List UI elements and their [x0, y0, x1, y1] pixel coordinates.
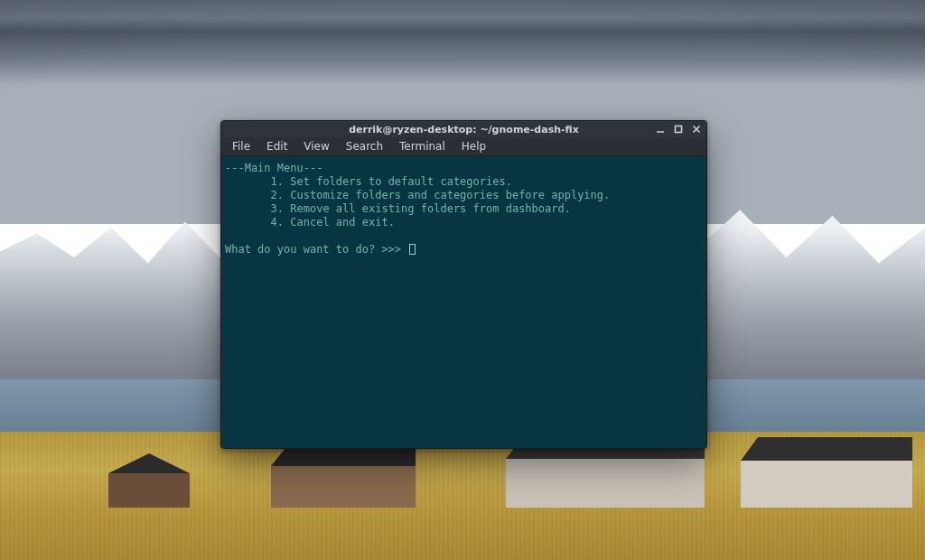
svg-rect-1	[676, 126, 682, 133]
terminal-option-text: Customize folders and categories before …	[290, 189, 610, 201]
maximize-icon	[674, 125, 683, 134]
terminal-option-number: 3	[271, 202, 277, 215]
close-button[interactable]	[690, 123, 703, 135]
terminal-prompt: What do you want to do? >>>	[225, 243, 407, 256]
menu-help[interactable]: Help	[454, 138, 493, 154]
window-title: derrik@ryzen-desktop: ~/gnome-dash-fix	[349, 124, 579, 135]
menu-search[interactable]: Search	[339, 138, 390, 154]
minimize-icon	[656, 125, 665, 134]
window-titlebar[interactable]: derrik@ryzen-desktop: ~/gnome-dash-fix	[221, 121, 706, 137]
close-icon	[692, 125, 701, 134]
menubar: File Edit View Search Terminal Help	[221, 137, 706, 156]
menu-edit[interactable]: Edit	[259, 138, 294, 154]
menu-terminal[interactable]: Terminal	[392, 138, 453, 154]
minimize-button[interactable]	[654, 123, 667, 135]
terminal-cursor	[409, 244, 416, 255]
terminal-option-text: Set folders to default categories.	[290, 175, 512, 188]
terminal-option-text: Remove all existing folders from dashboa…	[290, 202, 571, 215]
terminal-option-text: Cancel and exit.	[290, 216, 395, 229]
window-controls	[654, 121, 703, 137]
terminal-option-number: 4	[271, 216, 277, 229]
wallpaper-house	[108, 453, 190, 508]
terminal-option-number: 2	[271, 189, 277, 201]
wallpaper-house	[741, 437, 912, 508]
desktop-wallpaper: derrik@ryzen-desktop: ~/gnome-dash-fix F…	[0, 0, 925, 560]
terminal-window[interactable]: derrik@ryzen-desktop: ~/gnome-dash-fix F…	[220, 120, 707, 449]
wallpaper-house	[271, 444, 416, 508]
maximize-button[interactable]	[672, 123, 685, 135]
menu-view[interactable]: View	[296, 138, 336, 154]
terminal-menu-header: ---Main Menu---	[225, 162, 322, 174]
terminal-body[interactable]: ---Main Menu--- 1. Set folders to defaul…	[221, 156, 706, 448]
terminal-option-number: 1	[271, 175, 277, 188]
menu-file[interactable]: File	[225, 138, 257, 154]
